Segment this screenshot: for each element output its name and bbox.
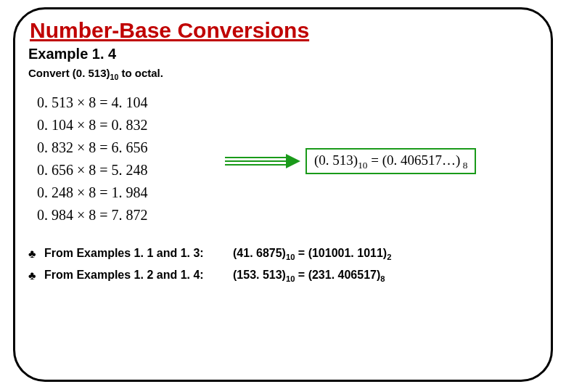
calc-line: 0. 656 × 8 = 5. 248: [37, 159, 218, 181]
note-label: From Examples 1. 1 and 1. 3:: [44, 247, 233, 261]
note-value-b: (231. 406517): [308, 269, 381, 281]
result-eq: =: [367, 152, 382, 168]
content-row: 0. 513 × 8 = 4. 104 0. 104 × 8 = 0. 832 …: [28, 89, 538, 234]
svg-marker-3: [286, 154, 300, 168]
note-value-a-sub: 10: [286, 274, 295, 283]
result-rhs-sub: 8: [460, 160, 467, 171]
slide-frame: Number-Base Conversions Example 1. 4 Con…: [13, 7, 553, 382]
result-box: (0. 513)10 = (0. 406517…) 8: [305, 148, 476, 174]
arrow-icon: [222, 151, 302, 171]
note-value: (41. 6875)10 = (101001. 1011)2: [233, 247, 538, 261]
note-value-eq: =: [295, 247, 308, 259]
prompt-suffix: to octal.: [118, 67, 163, 79]
note-value: (153. 513)10 = (231. 406517)8: [233, 269, 538, 283]
result-column: (0. 513)10 = (0. 406517…) 8: [305, 89, 538, 234]
note-value-b-sub: 2: [387, 253, 391, 261]
calc-line: 0. 832 × 8 = 6. 656: [37, 136, 218, 159]
note-row: ♣ From Examples 1. 2 and 1. 4: (153. 513…: [28, 269, 538, 283]
arrow-column: [218, 89, 305, 234]
calc-line: 0. 513 × 8 = 4. 104: [37, 91, 218, 114]
example-label: Example 1. 4: [28, 46, 538, 62]
prompt-prefix: Convert (0. 513): [28, 67, 110, 79]
calc-line: 0. 248 × 8 = 1. 984: [37, 181, 218, 204]
note-value-a: (41. 6875): [233, 247, 286, 259]
club-icon: ♣: [28, 269, 44, 283]
club-icon: ♣: [28, 247, 44, 261]
note-value-b-sub: 8: [380, 274, 385, 283]
result-lhs-sub: 10: [358, 160, 367, 171]
calc-line: 0. 984 × 8 = 7. 872: [37, 204, 218, 226]
result-lhs: (0. 513): [314, 152, 358, 168]
conversion-prompt: Convert (0. 513)10 to octal.: [28, 67, 538, 81]
calculation-column: 0. 513 × 8 = 4. 104 0. 104 × 8 = 0. 832 …: [37, 91, 218, 226]
slide: Number-Base Conversions Example 1. 4 Con…: [0, 0, 566, 392]
note-value-a-sub: 10: [286, 253, 295, 261]
note-value-b: (101001. 1011): [308, 247, 387, 259]
note-label: From Examples 1. 2 and 1. 4:: [44, 269, 233, 283]
note-value-eq: =: [295, 269, 308, 281]
note-value-a: (153. 513): [233, 269, 286, 281]
notes-section: ♣ From Examples 1. 1 and 1. 3: (41. 6875…: [28, 247, 538, 283]
calc-line: 0. 104 × 8 = 0. 832: [37, 114, 218, 136]
note-row: ♣ From Examples 1. 1 and 1. 3: (41. 6875…: [28, 247, 538, 261]
prompt-subscript: 10: [110, 73, 119, 81]
result-rhs: (0. 406517…): [382, 152, 461, 168]
slide-title: Number-Base Conversions: [30, 18, 538, 43]
